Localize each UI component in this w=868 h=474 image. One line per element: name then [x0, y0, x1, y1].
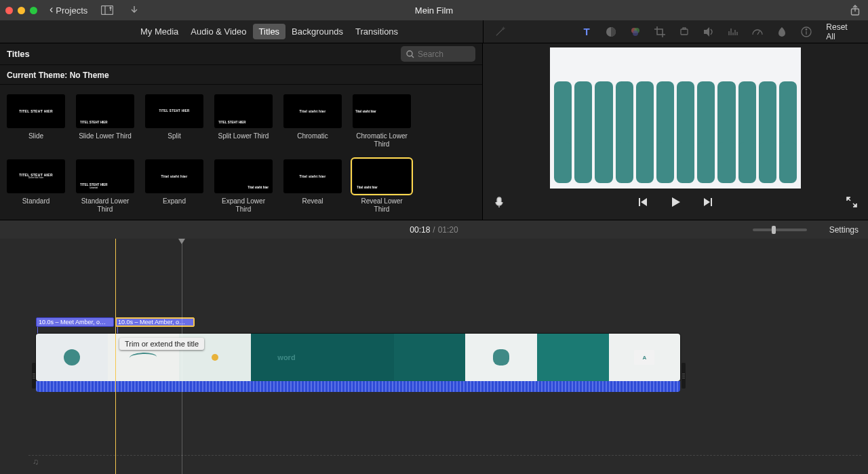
audio-track[interactable] — [36, 381, 680, 392]
play-button[interactable] — [669, 195, 682, 209]
playhead[interactable] — [115, 239, 116, 474]
title-thumb[interactable]: TITEL STEHT HIER — [214, 94, 273, 128]
frame-text: A — [634, 350, 654, 365]
text-inspector-icon[interactable]: T — [580, 26, 593, 38]
inspector-icons: T — [580, 26, 812, 38]
title-label: Chromatic — [283, 132, 342, 140]
svg-rect-29 — [639, 198, 640, 206]
project-title: Mein Film — [415, 5, 453, 16]
close-icon[interactable] — [5, 7, 13, 14]
maximize-icon[interactable] — [30, 7, 37, 14]
prev-button[interactable] — [636, 195, 650, 209]
timeline[interactable]: 10.0s – Meet Amber, o… 10.0s – Meet Ambe… — [0, 239, 868, 474]
color-correction-icon[interactable] — [629, 26, 642, 38]
clip-connector — [37, 327, 38, 334]
music-lane[interactable]: ♫ — [28, 455, 861, 467]
title-label: Expand Lower Third — [214, 197, 273, 214]
zoom-knob[interactable] — [772, 226, 776, 234]
title-label: Slide — [7, 132, 65, 140]
share-icon[interactable] — [848, 3, 863, 18]
trim-tooltip: Trim or extend the title — [119, 338, 204, 350]
clip-edge-right[interactable] — [682, 363, 686, 389]
browser-heading: Titles — [7, 49, 30, 59]
title-thumb[interactable]: TITEL STEHT HIER — [7, 94, 65, 128]
title-preset-slide-lower-third[interactable]: TITEL STEHT HIERSlide Lower Third — [76, 94, 134, 149]
speed-icon[interactable] — [751, 26, 764, 38]
title-thumb[interactable]: Titel steht hier — [283, 159, 342, 193]
chevron-left-icon: ‹ — [50, 3, 53, 16]
title-label: Standard Lower Third — [76, 197, 134, 214]
tab-backgrounds[interactable]: Backgrounds — [285, 24, 349, 39]
frame-text: word — [277, 353, 295, 361]
title-thumb[interactable]: Titel steht hier — [145, 159, 203, 193]
svg-rect-14 — [683, 28, 686, 29]
title-preset-split[interactable]: TITEL STEHT HIERSplit — [145, 94, 203, 149]
clip-filter-icon[interactable] — [776, 26, 788, 38]
total-time: 01:20 — [438, 225, 458, 235]
svg-line-21 — [757, 31, 760, 35]
tab-titles[interactable]: Titles — [253, 24, 286, 39]
tab-transitions[interactable]: Transitions — [349, 24, 404, 39]
projects-label: Projects — [56, 5, 87, 16]
svg-rect-13 — [681, 29, 688, 35]
tab-my-media[interactable]: My Media — [134, 24, 184, 39]
search-icon — [406, 50, 414, 58]
inspector-bar: T Reset All — [483, 20, 868, 43]
search-input[interactable] — [418, 50, 465, 59]
title-label: Split — [145, 132, 203, 140]
info-icon[interactable] — [800, 26, 812, 38]
voiceover-icon[interactable] — [492, 195, 506, 209]
library-tabs: My Media Audio & Video Titles Background… — [134, 24, 404, 39]
color-balance-icon[interactable] — [605, 26, 617, 38]
title-preset-chromatic-lower-third[interactable]: Titel steht hierChromatic Lower Third — [353, 94, 411, 149]
import-icon[interactable] — [127, 3, 142, 18]
projects-back-button[interactable]: ‹ Projects — [50, 5, 87, 16]
crop-icon[interactable] — [654, 26, 666, 38]
title-preset-expand[interactable]: Titel steht hierExpand — [145, 159, 203, 214]
settings-button[interactable]: Settings — [829, 225, 859, 235]
zoom-slider[interactable] — [753, 229, 807, 231]
title-thumb[interactable]: Titel steht hier — [353, 94, 411, 128]
volume-icon[interactable] — [703, 26, 715, 38]
title-preset-split-lower-third[interactable]: TITEL STEHT HIERSplit Lower Third — [214, 94, 273, 149]
svg-marker-31 — [672, 197, 680, 207]
stabilization-icon[interactable] — [678, 26, 690, 38]
title-label: Slide Lower Third — [76, 132, 134, 140]
title-preset-reveal-lower-third[interactable]: Titel steht hierReveal Lower Third — [353, 159, 411, 214]
search-field[interactable] — [401, 46, 475, 62]
title-preset-slide[interactable]: TITEL STEHT HIERSlide — [7, 94, 65, 149]
title-thumb[interactable]: Titel steht hier — [283, 94, 342, 128]
reset-all-button[interactable]: Reset All — [826, 22, 857, 41]
current-time: 00:18 — [410, 225, 430, 235]
title-thumb[interactable]: Titel steht hier — [214, 159, 273, 193]
title-thumb[interactable]: TITEL STEHT HIERUntertitel hier — [7, 159, 65, 193]
minimize-icon[interactable] — [18, 7, 25, 14]
tab-audio-video[interactable]: Audio & Video — [184, 24, 252, 39]
next-button[interactable] — [701, 195, 715, 209]
fullscreen-icon[interactable] — [845, 195, 859, 209]
title-preset-expand-lower-third[interactable]: Titel steht hierExpand Lower Third — [214, 159, 273, 214]
title-clip-2[interactable]: 10.0s – Meet Amber, o… — [115, 317, 195, 327]
title-thumb[interactable]: Titel steht hier — [353, 159, 411, 193]
title-preset-reveal[interactable]: Titel steht hierReveal — [283, 159, 342, 214]
title-thumb[interactable]: TITEL STEHT HIER — [145, 94, 203, 128]
preview-canvas[interactable] — [550, 47, 801, 189]
theme-label: Current Theme: No Theme — [0, 65, 482, 85]
title-thumb[interactable]: TITEL STEHT HIER — [76, 94, 134, 128]
title-thumb[interactable]: TITEL STEHT HIERUntertitel — [76, 159, 134, 193]
magic-wand-icon[interactable] — [494, 26, 506, 38]
titles-grid: TITEL STEHT HIERSlideTITEL STEHT HIERSli… — [0, 85, 482, 214]
clip-connector — [117, 327, 118, 334]
svg-marker-15 — [704, 27, 709, 37]
title-label: Split Lower Third — [214, 132, 273, 140]
library-toggle-icon[interactable] — [100, 3, 115, 18]
title-preset-chromatic[interactable]: Titel steht hierChromatic — [283, 94, 342, 149]
title-clip-1[interactable]: 10.0s – Meet Amber, o… — [36, 317, 114, 327]
svg-point-2 — [110, 7, 111, 9]
noise-reduction-icon[interactable] — [727, 26, 739, 38]
title-preset-standard[interactable]: TITEL STEHT HIERUntertitel hierStandard — [7, 159, 65, 214]
skimmer-playhead[interactable] — [182, 241, 182, 474]
title-preset-standard-lower-third[interactable]: TITEL STEHT HIERUntertitelStandard Lower… — [76, 159, 134, 214]
window-controls — [5, 7, 37, 14]
svg-point-24 — [806, 28, 808, 30]
